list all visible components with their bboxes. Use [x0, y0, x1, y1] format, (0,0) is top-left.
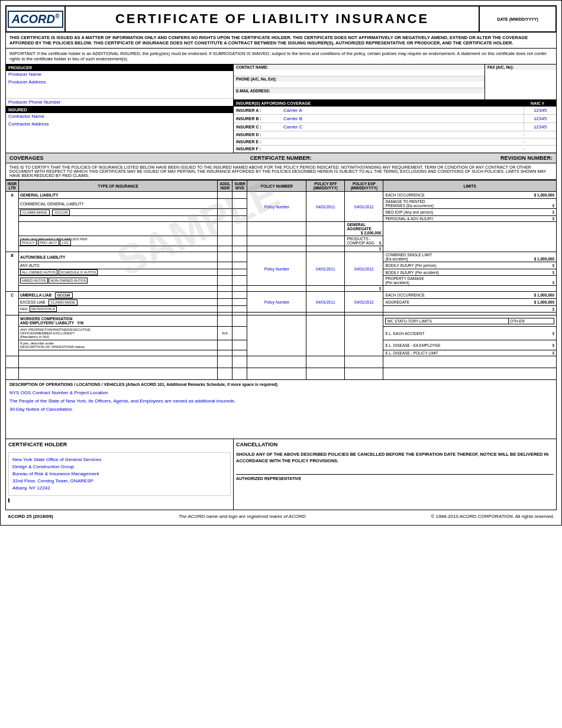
- insurer-row-f: INSURER F :: [234, 146, 556, 153]
- cancellation-section: CANCELLATION SHOULD ANY OF THE ABOVE DES…: [234, 439, 556, 510]
- cert-num-label: CERTIFICATE NUMBER:: [62, 155, 500, 161]
- producer-name: Producer Name: [6, 71, 233, 79]
- insurer-row-c: INSURER C : Carrier C 12345: [234, 123, 556, 131]
- page-title: CERTIFICATE OF LIABILITY INSURANCE: [70, 11, 474, 27]
- table-row: B AUTOMOBILE LIABILITY Policy Number 04/…: [6, 252, 557, 262]
- table-row: A GENERAL LIABILITY Policy Number 04/01/…: [6, 192, 557, 199]
- insurers-header: INSURER(S) AFFORDING COVERAGE NAIC #: [234, 100, 556, 107]
- coverages-text: THIS IS TO CERTIFY THAT THE POLICIES OF …: [5, 163, 557, 180]
- insurer-row-d: INSURER D :: [234, 131, 556, 138]
- table-row: $: [6, 246, 557, 252]
- cert-holder-title: CERTIFICATE HOLDER: [8, 442, 231, 447]
- footer-center: The ACORD name and logo are registered m…: [179, 514, 306, 519]
- description-section: DESCRIPTION OF OPERATIONS / LOCATIONS / …: [5, 380, 557, 439]
- desc-line-1: NYS OGS Contract Number & Project Locati…: [9, 390, 553, 395]
- cert-holder-signature-line: [8, 498, 231, 502]
- rev-num-label: REVISION NUMBER:: [500, 155, 553, 161]
- table-row: [6, 356, 557, 368]
- insurer-row-a: INSURER A : Carrier A 12345: [234, 107, 556, 115]
- table-row: GEN'L AGGREGATE LIMIT APPLIES PER: POLIC…: [6, 236, 557, 246]
- table-row: C UMBRELLA LIAB OCCUR Policy Number 04/0…: [6, 292, 557, 299]
- cancellation-title: CANCELLATION: [236, 442, 554, 447]
- col-addl: ADDLINSR: [218, 181, 232, 192]
- producer-label: PRODUCER: [6, 65, 233, 71]
- disclaimer1: THIS CERTIFICATE IS ISSUED AS A MATTER O…: [5, 33, 557, 49]
- coverages-title: COVERAGES: [9, 155, 44, 161]
- contact-name-label: CONTACT NAME:: [234, 65, 485, 70]
- desc-line-2: The People of the State of New York, Its…: [9, 398, 553, 404]
- insurer-row-b: INSURER B : Carrier B 12345: [234, 115, 556, 123]
- date-box: DATE (MM/DD/YYYY): [479, 7, 555, 31]
- table-row: GENERAL AGGREGATE$ 2,000,000: [6, 222, 557, 236]
- disclaimer2: IMPORTANT: If the certificate holder is …: [5, 49, 557, 65]
- coverages-header: COVERAGES CERTIFICATE NUMBER: REVISION N…: [5, 153, 557, 163]
- insured-label: INSURED: [6, 106, 233, 113]
- acord-logo: ACORD®: [8, 11, 64, 28]
- cancellation-text: SHOULD ANY OF THE ABOVE DESCRIBED POLICI…: [236, 451, 554, 465]
- coverage-table: INSRLTR TYPE OF INSURANCE ADDLINSR SUBRW…: [5, 180, 557, 380]
- footer-left: ACORD 25 (2018/09): [8, 514, 53, 519]
- table-row: [6, 368, 557, 380]
- footer: ACORD 25 (2018/09) The ACORD name and lo…: [5, 513, 557, 520]
- gl-policy-num: Policy Number: [247, 192, 306, 222]
- table-row: $: [6, 286, 557, 292]
- table-row: WORKERS COMPENSATIONAND EMPLOYERS' LIABI…: [6, 315, 557, 327]
- contractor-name: Contractor Name: [6, 113, 233, 121]
- insurer-row-e: INSURER E :: [234, 138, 556, 146]
- col-exp: POLICY EXP(MM/DD/YYYY): [345, 181, 383, 192]
- footer-right: © 1988-2010 ACORD CORPORATION. All right…: [431, 514, 554, 519]
- contractor-address: Contractor Address: [6, 121, 233, 128]
- producer-phone: Producer Phone Number: [6, 98, 233, 106]
- col-subr: SUBRWVD: [232, 181, 247, 192]
- col-type: TYPE OF INSURANCE: [19, 181, 218, 192]
- producer-address: Producer Address: [6, 79, 233, 86]
- title-area: CERTIFICATE OF LIABILITY INSURANCE: [66, 7, 479, 31]
- email-label: E-MAIL ADDRESS:: [234, 88, 485, 94]
- bottom-section: CERTIFICATE HOLDER New York State Office…: [5, 439, 557, 510]
- col-eff: POLICY EFF(MM/DD/YYY): [306, 181, 345, 192]
- auth-rep-label: AUTHORIZED REPRESENTATIVE: [236, 474, 554, 481]
- cert-holder-section: CERTIFICATE HOLDER New York State Office…: [6, 439, 234, 510]
- col-limits: LIMITS: [383, 181, 557, 192]
- col-insr: INSRLTR: [6, 181, 19, 192]
- desc-line-3: 30-Day Notice of Cancellation: [9, 407, 553, 412]
- fax-label: FAX (A/C, No):: [485, 65, 556, 70]
- phone-label: PHONE (A/C, No, Ext):: [234, 76, 484, 82]
- col-policy: POLICY NUMBER: [247, 181, 306, 192]
- description-label: DESCRIPTION OF OPERATIONS / LOCATIONS / …: [9, 382, 553, 386]
- cert-holder-address: New York State Office of General Service…: [12, 456, 227, 492]
